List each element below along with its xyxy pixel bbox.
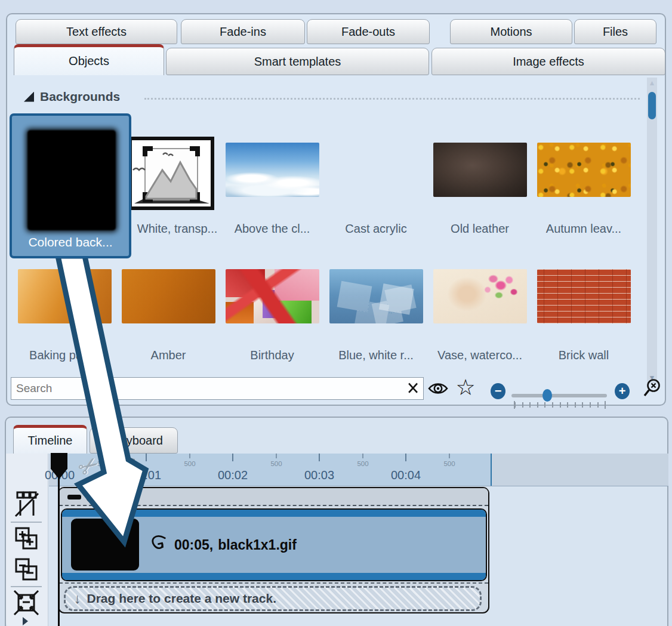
drop-zone-hint: Drag here to create a new track. bbox=[87, 591, 276, 606]
item-thumb-white-transparent[interactable] bbox=[128, 137, 214, 210]
track-header bbox=[59, 488, 488, 506]
item-thumb-blue-white-rect[interactable] bbox=[329, 269, 423, 323]
tab-files[interactable]: Files bbox=[574, 19, 656, 44]
range-flags-icon[interactable] bbox=[115, 456, 140, 477]
new-track-drop-zone[interactable]: ↓ Drag here to create a new track. bbox=[64, 586, 482, 611]
expand-all-tracks-icon[interactable] bbox=[13, 525, 41, 553]
item-thumb-above-the-clouds[interactable] bbox=[226, 143, 319, 197]
tab-fade-outs[interactable]: Fade-outs bbox=[307, 19, 430, 44]
favorites-star-icon[interactable]: ☆ bbox=[454, 374, 477, 401]
section-divider bbox=[144, 98, 640, 100]
track-options-icon[interactable] bbox=[86, 490, 99, 503]
item-thumb-brick-wall[interactable] bbox=[537, 269, 631, 323]
backgrounds-section-header[interactable]: Backgrounds bbox=[24, 90, 120, 104]
tab-fade-ins[interactable]: Fade-ins bbox=[181, 19, 305, 44]
library-scrollbar[interactable]: ▲ ▼ bbox=[647, 78, 657, 383]
zoom-out-button[interactable]: − bbox=[491, 383, 505, 399]
item-label[interactable]: Autumn leav... bbox=[530, 222, 637, 236]
item-label[interactable]: Brick wall bbox=[530, 349, 637, 362]
minor-tick bbox=[189, 454, 190, 458]
app-window: Text effects Fade-ins Fade-outs Motions … bbox=[0, 0, 672, 626]
minor-tick bbox=[449, 454, 450, 458]
clip-duration: 00:05, bbox=[174, 537, 213, 553]
tab-label: Motions bbox=[490, 25, 532, 39]
tab-objects[interactable]: Objects bbox=[14, 44, 164, 75]
scroll-up-icon[interactable]: ▲ bbox=[647, 79, 657, 87]
item-thumb-baking-paper[interactable] bbox=[18, 269, 112, 323]
tab-label: Storyboard bbox=[104, 434, 163, 448]
item-label[interactable]: Old leather bbox=[426, 222, 534, 236]
item-thumb-cast-acrylic[interactable] bbox=[329, 143, 423, 197]
animation-curve-icon bbox=[149, 534, 168, 559]
tab-label: Objects bbox=[69, 54, 109, 68]
library-panel: Text effects Fade-ins Fade-outs Motions … bbox=[6, 13, 666, 406]
section-title: Backgrounds bbox=[40, 90, 120, 104]
item-thumb-vase-watercolor[interactable] bbox=[433, 269, 527, 323]
timeline-panel: Timeline Storyboard bbox=[5, 417, 668, 626]
track-1: 00:05, black1x1.gif ↓ Drag here to creat… bbox=[58, 487, 489, 613]
down-arrow-icon: ↓ bbox=[74, 591, 81, 607]
shrink-timeline-icon[interactable] bbox=[13, 590, 41, 617]
slider-tick bbox=[605, 401, 606, 409]
item-thumb-old-leather[interactable] bbox=[433, 143, 527, 197]
collapse-track-icon[interactable] bbox=[67, 495, 81, 499]
tab-smart-templates[interactable]: Smart templates bbox=[166, 48, 429, 75]
collapse-all-tracks-icon[interactable] bbox=[13, 556, 41, 584]
flyout-arrow-icon[interactable] bbox=[23, 617, 28, 625]
tab-label: Image effects bbox=[513, 55, 584, 69]
minor-label: 500 bbox=[357, 460, 368, 467]
slider-tick bbox=[514, 401, 515, 409]
time-label: 00:04 bbox=[391, 468, 421, 482]
clip-label: 00:05, black1x1.gif bbox=[174, 510, 297, 580]
scrollbar-thumb[interactable] bbox=[648, 92, 656, 119]
preview-eye-icon[interactable] bbox=[426, 378, 450, 399]
item-label[interactable]: Baking paper bbox=[11, 349, 118, 362]
item-label[interactable]: Birthday bbox=[218, 349, 326, 362]
item-label[interactable]: Blue, white r... bbox=[322, 349, 430, 362]
search-input[interactable] bbox=[11, 377, 424, 400]
clip-filename: black1x1.gif bbox=[218, 537, 297, 553]
item-label[interactable]: Amber bbox=[115, 349, 222, 362]
tab-image-effects[interactable]: Image effects bbox=[431, 48, 665, 75]
insert-track-icon[interactable] bbox=[13, 491, 41, 518]
collapse-triangle-icon bbox=[24, 92, 34, 102]
slider-ticks bbox=[514, 402, 605, 408]
timeline-toolbar bbox=[6, 454, 48, 626]
minor-tick bbox=[103, 454, 104, 458]
item-label[interactable]: Cast acrylic bbox=[322, 222, 430, 236]
slider-thumb[interactable] bbox=[542, 389, 552, 402]
tab-text-effects[interactable]: Text effects bbox=[16, 19, 177, 44]
major-tick bbox=[319, 454, 320, 461]
clip-thumbnail bbox=[71, 519, 139, 571]
major-tick bbox=[405, 454, 406, 461]
clip-black1x1[interactable]: 00:05, black1x1.gif bbox=[61, 508, 487, 581]
reset-zoom-icon[interactable] bbox=[641, 377, 664, 400]
item-thumb-birthday[interactable] bbox=[226, 269, 319, 323]
tab-label: Timeline bbox=[28, 434, 73, 448]
item-thumb-autumn-leaves[interactable] bbox=[537, 143, 631, 197]
major-tick bbox=[232, 454, 233, 461]
tab-label: Smart templates bbox=[254, 55, 341, 69]
minor-label: 500 bbox=[443, 460, 455, 467]
item-thumb-amber[interactable] bbox=[122, 269, 215, 323]
timeline-ruler[interactable]: 00:00 00:01 00:02 00:03 00:04 500 500 50… bbox=[49, 454, 668, 486]
playhead-line bbox=[58, 476, 60, 626]
time-label: 00:02 bbox=[218, 468, 248, 482]
item-colored-background-selected[interactable]: Colored back... bbox=[10, 113, 131, 258]
item-label: Colored back... bbox=[12, 235, 129, 249]
tab-timeline[interactable]: Timeline bbox=[13, 425, 87, 454]
clear-search-icon[interactable]: ✕ bbox=[402, 376, 424, 401]
zoom-in-button[interactable]: + bbox=[615, 383, 630, 399]
thumbnail-size-slider[interactable] bbox=[511, 394, 607, 397]
item-label[interactable]: Above the cl... bbox=[218, 222, 326, 236]
time-label: 00:03 bbox=[304, 468, 334, 482]
toolbar-divider bbox=[11, 586, 42, 587]
tab-label: Fade-ins bbox=[220, 25, 266, 39]
tab-motions[interactable]: Motions bbox=[450, 19, 572, 44]
tab-label: Fade-outs bbox=[341, 25, 395, 39]
minor-tick bbox=[276, 454, 277, 458]
item-label[interactable]: White, transp... bbox=[124, 222, 231, 236]
black-color-thumb bbox=[27, 130, 116, 230]
tab-storyboard[interactable]: Storyboard bbox=[90, 427, 178, 454]
item-label[interactable]: Vase, waterco... bbox=[426, 349, 534, 362]
